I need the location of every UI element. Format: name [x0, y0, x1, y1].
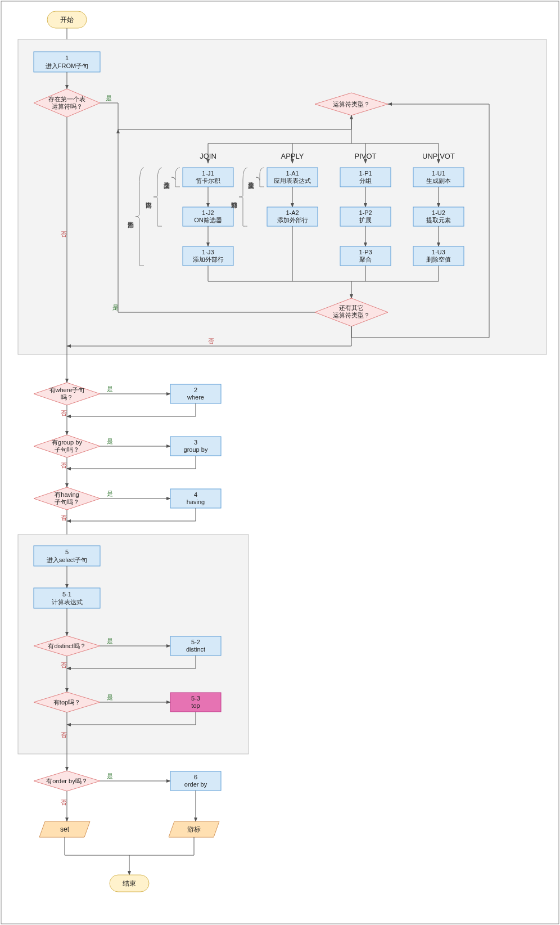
label-groupby-no: 否 [61, 462, 67, 469]
step2-text: where [187, 394, 204, 401]
step53-text: top [191, 702, 200, 709]
p1-num: 1-P1 [359, 170, 372, 177]
u1-num: 1-U1 [432, 170, 445, 177]
u3-text: 删除空值 [426, 256, 451, 263]
label-orderby-yes: 是 [107, 773, 113, 779]
flowchart: 开始 1 进入FROM子句 存在第一个表 运算符吗？ 是 否 运算符类型？ JO… [0, 0, 560, 925]
end-label: 结束 [123, 879, 136, 887]
label-top-no: 否 [61, 731, 67, 738]
p2-num: 1-P2 [359, 209, 372, 216]
u2-num: 1-U2 [432, 209, 445, 216]
dec-more-l2: 运算符类型？ [333, 312, 370, 318]
a1-text: 应用表表达式 [274, 177, 311, 184]
u1-text: 生成副本 [426, 177, 451, 184]
step52-text: distinct [186, 646, 205, 653]
a1-num: 1-A1 [286, 170, 299, 177]
step4-num: 4 [194, 491, 197, 498]
j1-num: 1-J1 [202, 170, 214, 177]
label-distinct-no: 否 [61, 662, 67, 668]
label-where-yes: 是 [107, 385, 113, 392]
step52-num: 5-2 [191, 639, 200, 645]
j2-num: 1-J2 [202, 209, 214, 216]
label-distinct-yes: 是 [107, 637, 113, 644]
j1-text: 笛卡尔积 [196, 177, 220, 184]
head-join: JOIN [200, 152, 216, 160]
label-more-no: 否 [208, 338, 214, 344]
step51-text: 计算表达式 [52, 599, 83, 605]
step4-text: having [187, 499, 205, 505]
p1-text: 分组 [359, 177, 372, 184]
p3-text: 聚合 [359, 256, 372, 263]
step1-num: 1 [65, 55, 69, 61]
step6-text: order by [184, 781, 207, 788]
dec-having-l2: 子句吗？ [55, 499, 79, 505]
j2-text: ON筛选器 [194, 217, 222, 223]
p3-num: 1-P3 [359, 249, 372, 255]
label-top-yes: 是 [107, 694, 113, 701]
start-label: 开始 [60, 16, 74, 24]
head-apply: APPLY [281, 152, 304, 160]
label-having-no: 否 [61, 514, 67, 521]
para-set-text: set [60, 825, 70, 833]
group-from [18, 39, 547, 354]
label-orderby-no: 否 [61, 799, 67, 806]
para-cursor-text: 游标 [187, 825, 201, 833]
label-having-yes: 是 [107, 490, 113, 497]
u2-text: 提取元素 [426, 217, 451, 223]
label-decfirst-no: 否 [61, 231, 67, 237]
a2-text: 添加外部行 [277, 217, 308, 223]
dec-orderby-text: 有order by吗？ [46, 778, 87, 784]
dec-where-l1: 有where子句 [49, 387, 85, 393]
dec-top-text: 有top吗？ [53, 699, 80, 706]
j3-num: 1-J3 [202, 249, 214, 255]
step6-num: 6 [194, 774, 197, 780]
label-groupby-yes: 是 [107, 438, 113, 444]
label-more-yes: 是 [112, 304, 119, 311]
label-decfirst-yes: 是 [106, 95, 112, 101]
dec-first-l2: 运算符吗？ [52, 103, 83, 110]
dec-where-l2: 吗？ [61, 394, 73, 401]
label-where-no: 否 [61, 410, 67, 416]
head-unpivot: UNPIVOT [422, 152, 455, 160]
j3-text: 添加外部行 [193, 256, 224, 263]
dec-distinct-text: 有distinct吗？ [48, 643, 85, 649]
u3-num: 1-U3 [432, 249, 445, 255]
p2-text: 扩展 [359, 217, 372, 223]
dec-having-l1: 有having [55, 491, 79, 498]
a2-num: 1-A2 [286, 209, 299, 216]
step5-num: 5 [65, 549, 69, 555]
dec-first-l1: 存在第一个表 [48, 96, 85, 102]
dec-groupby-l1: 有group by [52, 439, 82, 446]
step2-num: 2 [194, 387, 197, 393]
step1-text: 进入FROM子句 [46, 62, 88, 69]
step3-num: 3 [194, 439, 197, 446]
step3-text: group by [184, 446, 208, 453]
dec-type-text: 运算符类型？ [333, 101, 370, 107]
step51-num: 5-1 [62, 591, 71, 598]
dec-groupby-l2: 子句吗？ [55, 446, 79, 453]
head-pivot: PIVOT [354, 152, 376, 160]
step5-text: 进入select子句 [47, 556, 88, 563]
dec-more-l1: 还有其它 [339, 304, 364, 311]
step53-num: 5-3 [191, 695, 200, 702]
